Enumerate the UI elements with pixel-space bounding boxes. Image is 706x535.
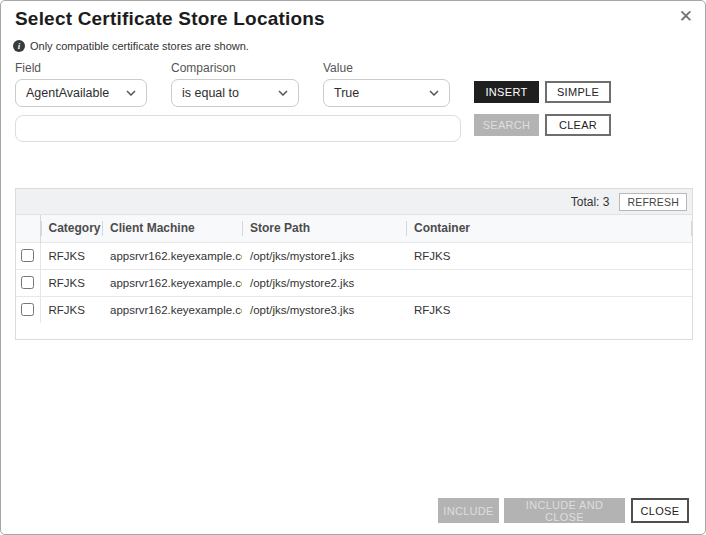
column-header-container: Container (406, 215, 692, 242)
table-header-row: Category Client Machine Store Path Conta… (16, 215, 692, 242)
row-checkbox[interactable] (21, 249, 34, 262)
value-select-value: True (334, 86, 359, 100)
close-button[interactable]: CLOSE (631, 498, 689, 523)
cell-store-path: /opt/jks/mystore2.jks (242, 269, 406, 296)
info-message: i Only compatible certificate stores are… (13, 40, 249, 52)
info-icon: i (13, 40, 25, 52)
select-column-header (16, 215, 40, 242)
cell-client-machine: appsrvr162.keyexample.com (102, 242, 242, 269)
cell-category: RFJKS (40, 269, 102, 296)
query-input[interactable] (15, 115, 461, 142)
field-select[interactable]: AgentAvailable (15, 79, 147, 107)
simple-button[interactable]: SIMPLE (545, 81, 611, 103)
refresh-button[interactable]: REFRESH (619, 193, 687, 211)
insert-button[interactable]: INSERT (474, 81, 539, 103)
include-button[interactable]: INCLUDE (438, 498, 499, 523)
column-header-client-machine: Client Machine (102, 215, 242, 242)
chevron-down-icon (126, 90, 136, 96)
include-and-close-button[interactable]: INCLUDE AND CLOSE (504, 498, 625, 523)
cell-category: RFJKS (40, 296, 102, 323)
comparison-select-value: is equal to (182, 86, 239, 100)
field-select-value: AgentAvailable (26, 86, 109, 100)
page-title: Select Certificate Store Locations (15, 8, 325, 30)
results-table: Category Client Machine Store Path Conta… (16, 215, 692, 323)
value-label: Value (323, 61, 450, 75)
table-row[interactable]: RFJKS appsrvr162.keyexample.com /opt/jks… (16, 296, 692, 323)
search-button[interactable]: SEARCH (474, 114, 539, 136)
comparison-label: Comparison (171, 61, 299, 75)
column-header-store-path: Store Path (242, 215, 406, 242)
filter-group-value: Value True (323, 61, 450, 107)
table-toolbar: Total: 3 REFRESH (16, 189, 692, 215)
cell-store-path: /opt/jks/mystore3.jks (242, 296, 406, 323)
value-select[interactable]: True (323, 79, 450, 107)
row-checkbox-cell (16, 296, 40, 323)
row-checkbox-cell (16, 242, 40, 269)
chevron-down-icon (278, 90, 288, 96)
cell-client-machine: appsrvr162.keyexample.com (102, 296, 242, 323)
table-row[interactable]: RFJKS appsrvr162.keyexample.com /opt/jks… (16, 242, 692, 269)
cell-container (406, 269, 692, 296)
cell-client-machine: appsrvr162.keyexample.com (102, 269, 242, 296)
comparison-select[interactable]: is equal to (171, 79, 299, 107)
info-text: Only compatible certificate stores are s… (30, 40, 249, 52)
filter-group-comparison: Comparison is equal to (171, 61, 299, 107)
cell-container: RFJKS (406, 296, 692, 323)
field-label: Field (15, 61, 147, 75)
close-icon[interactable]: ✕ (679, 7, 693, 27)
cell-category: RFJKS (40, 242, 102, 269)
clear-button[interactable]: CLEAR (545, 114, 611, 136)
column-header-category: Category (40, 215, 102, 242)
row-checkbox[interactable] (21, 276, 34, 289)
select-certificate-store-locations-dialog: Select Certificate Store Locations ✕ i O… (0, 0, 706, 535)
row-checkbox-cell (16, 269, 40, 296)
row-checkbox[interactable] (21, 303, 34, 316)
chevron-down-icon (429, 90, 439, 96)
filter-group-field: Field AgentAvailable (15, 61, 147, 107)
table-row[interactable]: RFJKS appsrvr162.keyexample.com /opt/jks… (16, 269, 692, 296)
cell-container: RFJKS (406, 242, 692, 269)
cell-store-path: /opt/jks/mystore1.jks (242, 242, 406, 269)
results-table-container: Total: 3 REFRESH Category Client Machine… (15, 188, 693, 340)
total-count: Total: 3 (571, 195, 610, 209)
